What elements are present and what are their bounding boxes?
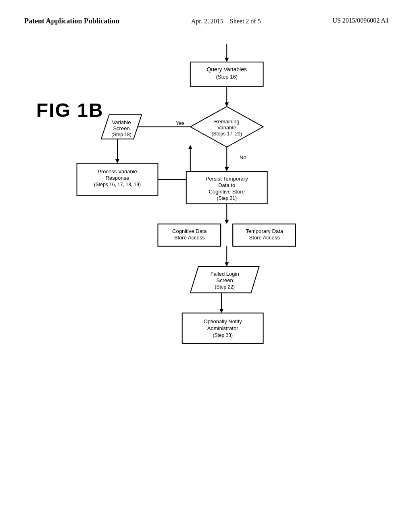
remaining-var-line3: (Steps 17, 20) [211, 131, 242, 136]
header-right: US 2015/0096002 A1 [332, 16, 389, 25]
no-label: No [240, 154, 246, 160]
svg-marker-4 [225, 102, 229, 106]
cognitive-data-line2: Store Access [174, 234, 205, 240]
patent-number: US 2015/0096002 A1 [332, 17, 389, 24]
header-left: Patent Application Publication [24, 16, 119, 26]
temp-data-line2: Store Access [249, 234, 280, 240]
svg-marker-10 [115, 159, 119, 163]
diagram-area: FIG 1B Query Variables (Step 16) Remaini… [24, 35, 389, 478]
remaining-var-line1: Remaining [214, 118, 239, 124]
optionally-notify-line1: Optionally Notify [204, 318, 242, 324]
svg-marker-25 [225, 262, 229, 266]
remaining-var-line2: Variable [217, 124, 236, 130]
failed-login-line1: Failed Login [211, 271, 239, 277]
persist-temp-line1: Persist Temporary [206, 176, 248, 182]
optionally-notify-line3: (Step 23) [213, 332, 233, 338]
yes-label: Yes [176, 120, 185, 126]
header-center: Apr. 2, 2015 Sheet 2 of 5 [191, 16, 261, 27]
query-variables-line1: Query Variables [206, 66, 247, 73]
svg-marker-14 [188, 145, 192, 149]
process-var-line3: (Steps 16, 17, 18, 19) [94, 182, 141, 187]
failed-login-line3: (Step 22) [215, 284, 235, 290]
process-var-line1: Process Variable [98, 168, 137, 175]
cognitive-data-line1: Cognitive Data [172, 228, 207, 234]
date-label: Apr. 2, 2015 [191, 18, 223, 25]
query-variables-line2: (Step 16) [216, 74, 238, 80]
svg-marker-28 [219, 309, 223, 313]
svg-marker-16 [225, 167, 229, 171]
sheet-label: Sheet 2 of 5 [230, 18, 261, 25]
page: Patent Application Publication Apr. 2, 2… [0, 0, 413, 532]
publication-label: Patent Application Publication [24, 17, 119, 25]
persist-temp-line4: (Step 21) [217, 195, 237, 201]
header: Patent Application Publication Apr. 2, 2… [24, 16, 389, 27]
svg-marker-19 [225, 220, 229, 224]
process-var-line2: Response [106, 175, 129, 181]
flowchart-svg: Query Variables (Step 16) Remaining Vari… [24, 35, 389, 478]
persist-temp-line2: Data to [218, 182, 235, 188]
temp-data-line1: Temporary Data [246, 228, 284, 234]
svg-marker-1 [225, 58, 229, 62]
var-screen-line3: (Step 18) [111, 131, 131, 137]
persist-temp-line3: Cognitive Store [209, 189, 245, 195]
var-screen-line2: Screen [113, 125, 129, 131]
failed-login-line2: Screen [217, 277, 233, 283]
optionally-notify-line2: Administrator [207, 325, 239, 331]
var-screen-line1: Variable [112, 119, 131, 125]
